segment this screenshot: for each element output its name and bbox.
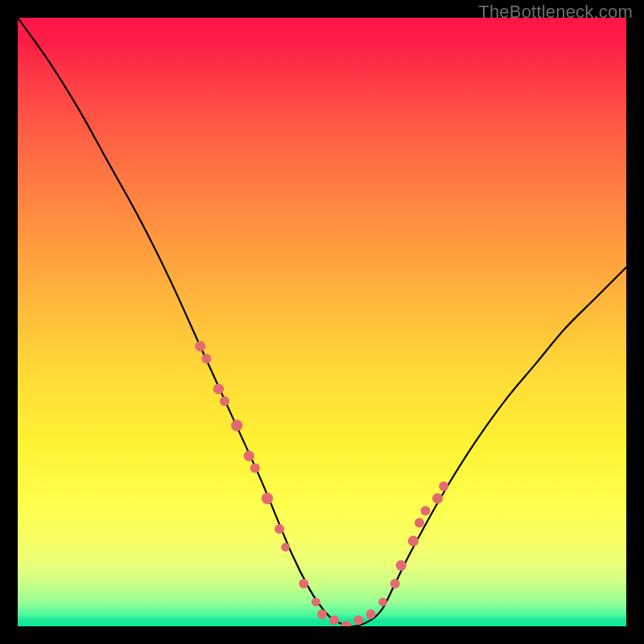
marker-dot (195, 341, 205, 352)
marker-dot (439, 481, 448, 491)
marker-dot (317, 609, 327, 619)
marker-dot (262, 493, 273, 504)
marker-dot (432, 493, 443, 504)
marker-dot (244, 451, 254, 461)
bottleneck-curve (18, 18, 626, 626)
marker-dot (396, 560, 407, 571)
marker-dot (329, 615, 339, 625)
curve-svg (18, 18, 626, 626)
marker-dot (312, 597, 320, 606)
marker-dot (408, 536, 419, 547)
marker-dot (281, 543, 290, 551)
chart-frame: TheBottleneck.com (0, 0, 644, 644)
marker-dot (421, 506, 431, 515)
marker-dot (299, 579, 308, 588)
marker-group (195, 341, 448, 626)
marker-dot (275, 524, 284, 534)
marker-dot (201, 353, 211, 363)
marker-dot (378, 597, 387, 606)
marker-dot (366, 609, 376, 619)
marker-dot (250, 463, 260, 473)
marker-dot (415, 518, 424, 528)
marker-dot (341, 621, 352, 626)
marker-dot (353, 615, 363, 625)
marker-dot (213, 384, 224, 394)
watermark-text: TheBottleneck.com (478, 2, 633, 23)
marker-dot (390, 579, 400, 588)
marker-dot (220, 396, 229, 406)
marker-dot (231, 419, 242, 431)
plot-area (18, 18, 626, 626)
